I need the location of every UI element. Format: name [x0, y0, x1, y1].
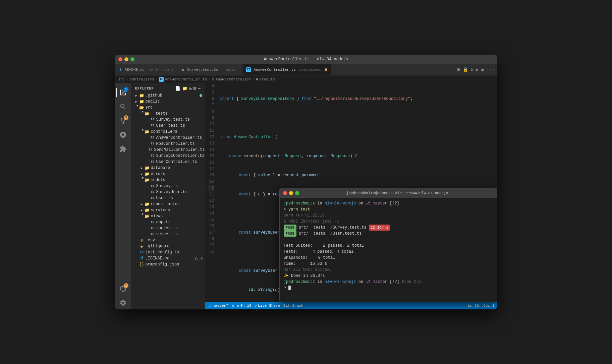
- more-icon[interactable]: ···: [487, 67, 494, 72]
- tree-user-controller[interactable]: TS UserController.ts: [131, 159, 205, 165]
- tree-survey-test[interactable]: TS Survey.test.ts: [131, 117, 205, 123]
- tree-answer-controller[interactable]: TS AnswerController.ts: [131, 135, 205, 141]
- arrow-services: ▶: [139, 207, 145, 213]
- tree-errors[interactable]: ▶ 📁 errors: [131, 171, 205, 177]
- split-editor-icon[interactable]: ⊞: [457, 67, 460, 72]
- tree-user-model[interactable]: TS User.ts: [131, 195, 205, 201]
- terminal-body[interactable]: jpedroschmitz in nlw-04-nodejs on ⎇ mast…: [280, 198, 497, 302]
- tree-app[interactable]: TS app.ts: [131, 219, 205, 225]
- tree-user-test-label: User.test.ts: [156, 123, 185, 128]
- folder-controllers-icon: 📂: [145, 129, 150, 134]
- term-cmd-yarn: > yarn test: [284, 206, 493, 213]
- ts-nps-icon: TS: [150, 141, 155, 146]
- tree-surveys-controller[interactable]: TS SurveysController.ts: [131, 153, 205, 159]
- tree-surveyuser-model[interactable]: TS SurveyUser.ts: [131, 189, 205, 195]
- branch-status[interactable]: ⎇ master*: [208, 304, 228, 308]
- maximize-button[interactable]: [130, 57, 134, 61]
- tree-errors-label: errors: [151, 172, 165, 176]
- explorer-icon[interactable]: 1: [116, 86, 130, 99]
- term-suites: Test Suites: 2 passed, 2 total: [284, 243, 493, 249]
- tree-license[interactable]: M LICENSE.md 2, U: [131, 255, 205, 261]
- tree-server-label: server.ts: [156, 232, 178, 237]
- tree-survey-model-label: Survey.ts: [156, 184, 178, 188]
- term-tests: Tests: 4 passed, 4 total: [284, 249, 493, 255]
- panel-icon[interactable]: ▣: [481, 67, 484, 72]
- tab-survey-test[interactable]: ⚙ Survey.test.ts __tests__: [177, 64, 243, 75]
- tree-routes-label: routes.ts: [156, 226, 178, 231]
- term-prompt-1: jpedroschmitz in nlw-04-nodejs on ⎇ mast…: [284, 200, 493, 206]
- tree-repositories[interactable]: ▶ 📁 repositories: [131, 201, 205, 207]
- tree-services[interactable]: ▶ 📁 services: [131, 207, 205, 213]
- tree-controllers[interactable]: ▶ 📂 controllers: [131, 129, 205, 135]
- tree-nps-label: NpsController.ts: [156, 141, 195, 146]
- editor-area: 4 5 6 7 8 9 10 11 12 13 14 15 16 17 18 1…: [205, 83, 497, 309]
- tree-server[interactable]: TS server.ts: [131, 231, 205, 237]
- bookmark-icon[interactable]: ⊛: [471, 67, 474, 72]
- bc-ts-icon: TS: [159, 77, 164, 82]
- arrow-env: [134, 238, 139, 243]
- tree-ormconfig[interactable]: {} ormconfig.json: [131, 261, 205, 267]
- tree-public[interactable]: ▶ 📁 public: [131, 99, 205, 105]
- arrow-tests: ▶: [139, 111, 145, 116]
- git-graph-status[interactable]: Git Graph: [283, 304, 303, 308]
- bc-src: src: [118, 77, 125, 81]
- lock-icon[interactable]: 🔒: [463, 67, 468, 72]
- tree-src[interactable]: ▶ 📂 src: [131, 105, 205, 111]
- term-prompt-2: jpedroschmitz in nlw-04-nodejs on ⎇ mast…: [284, 279, 493, 285]
- tab-survey-path: __tests__: [221, 68, 239, 72]
- tree-github[interactable]: ▶ 📁 .github: [131, 93, 205, 99]
- tree-sendmail-controller[interactable]: TS SendMailController.ts: [131, 147, 205, 153]
- arrow-user-model: [145, 195, 150, 201]
- run-debug-icon[interactable]: [116, 128, 130, 141]
- tree-routes[interactable]: TS routes.ts: [131, 225, 205, 231]
- ts-server-icon: TS: [150, 232, 155, 237]
- term-close[interactable]: [283, 191, 287, 195]
- remote-icon[interactable]: 1: [116, 282, 130, 295]
- ts-user-model-icon: TS: [150, 195, 155, 201]
- live-share-status[interactable]: ↗ Live Share: [255, 304, 280, 308]
- tree-survey-model[interactable]: TS Survey.ts: [131, 183, 205, 189]
- json-orm-icon: {}: [139, 262, 145, 267]
- errors-status[interactable]: ⊗ 0 ⚠ 16: [237, 304, 251, 308]
- term-done: ✨ Done in 26.07s.: [284, 273, 493, 279]
- tree-models[interactable]: ▶ 📂 models: [131, 177, 205, 183]
- tree-env[interactable]: ⚙ .env: [131, 237, 205, 243]
- tree-app-label: app.ts: [156, 220, 171, 225]
- tree-database[interactable]: ▶ 📁 database: [131, 165, 205, 171]
- term-maximize[interactable]: [295, 191, 299, 195]
- tab-readme[interactable]: ℹ README.md nlw-04-nodejs: [115, 64, 177, 75]
- cursor: [288, 286, 291, 290]
- ts-surveys-icon: TS: [150, 153, 155, 159]
- position-status[interactable]: Ln 20, Col 1: [468, 304, 494, 308]
- settings-icon[interactable]: [116, 296, 130, 309]
- new-file-icon[interactable]: 📄: [175, 86, 181, 91]
- tree-user-test[interactable]: TS User.test.ts: [131, 123, 205, 129]
- survey-test-icon: ⚙: [181, 67, 185, 72]
- bc-method-icon: ⊛: [256, 77, 258, 81]
- folder-github-icon: 📁: [139, 93, 145, 98]
- tree-tests[interactable]: ▶ 📂 __tests__: [131, 111, 205, 117]
- tree-models-label: models: [151, 178, 165, 182]
- new-folder-icon[interactable]: 📁: [182, 86, 188, 91]
- ts-surveyuser-icon: TS: [150, 189, 155, 195]
- tree-views[interactable]: ▶ 📂 views: [131, 213, 205, 219]
- tab-bar: ℹ README.md nlw-04-nodejs ⚙ Survey.test.…: [115, 64, 497, 76]
- more-icon[interactable]: ⋯: [198, 86, 201, 91]
- minimize-button[interactable]: [124, 57, 128, 61]
- search-icon[interactable]: [116, 100, 130, 113]
- tree-nps-controller[interactable]: TS NpsController.ts: [131, 141, 205, 147]
- collapse-icon[interactable]: ⊟: [193, 86, 197, 91]
- close-button[interactable]: [118, 57, 122, 61]
- sync-status[interactable]: ↻: [232, 304, 234, 308]
- run-icon[interactable]: ▶: [476, 67, 479, 72]
- term-minimize[interactable]: [289, 191, 293, 195]
- tree-jest-config[interactable]: TS jest.config.ts: [131, 249, 205, 255]
- tree-gitignore[interactable]: ◆ .gitignore: [131, 243, 205, 249]
- refresh-icon[interactable]: ↻: [189, 86, 192, 91]
- tab-answer-controller[interactable]: TS AnswerController.ts controllers: [243, 64, 331, 75]
- source-control-icon[interactable]: 3: [116, 114, 130, 127]
- traffic-lights: [118, 57, 134, 61]
- arrow-sendmail: [142, 147, 148, 153]
- status-right: Ln 20, Col 1: [468, 304, 494, 308]
- extensions-icon[interactable]: [116, 142, 130, 156]
